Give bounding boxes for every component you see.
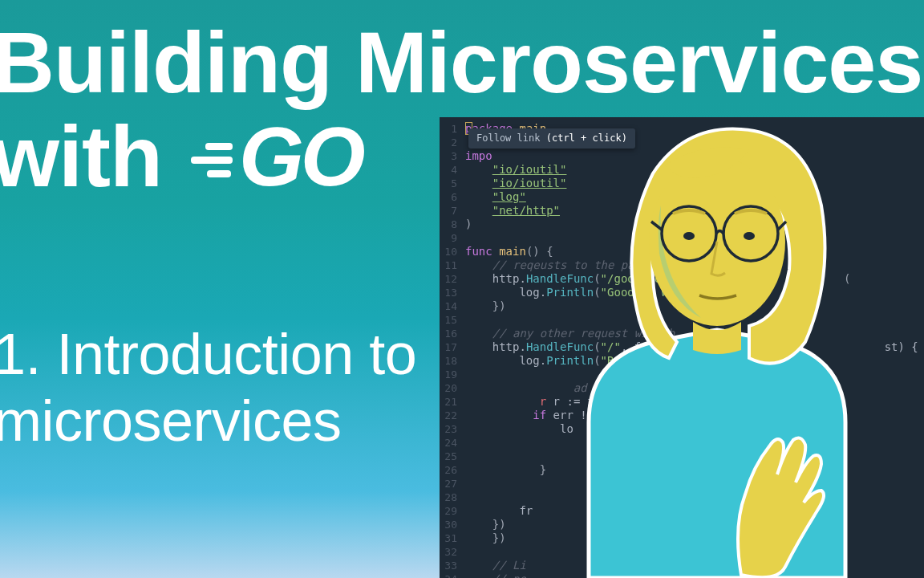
code-area: package main impo "io/ioutil" "io/ioutil… — [465, 122, 924, 578]
title-line1: Building Microservices — [0, 16, 922, 110]
go-logo-text: GO — [239, 112, 363, 201]
tooltip-text: Follow link — [476, 132, 540, 144]
go-speed-lines-icon — [184, 143, 233, 177]
subtitle: 1. Introduction to microservices — [0, 321, 416, 454]
go-logo: GO — [184, 112, 363, 201]
hover-tooltip: Follow link (ctrl + click) — [468, 128, 635, 149]
title-with: with — [0, 110, 162, 204]
tooltip-hint: (ctrl + click) — [546, 132, 627, 144]
subtitle-line2: microservices — [0, 388, 416, 454]
line-gutter: 12345 678910 1112131415 1617181920 21222… — [440, 122, 465, 578]
code-editor-panel: Follow link (ctrl + click) 12345 678910 … — [440, 117, 924, 578]
subtitle-line1: 1. Introduction to — [0, 321, 416, 388]
